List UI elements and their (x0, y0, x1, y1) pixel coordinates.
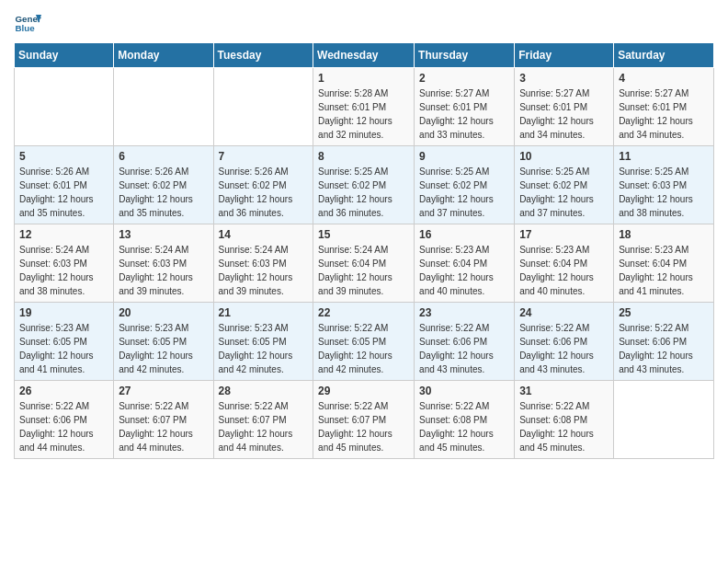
day-info: Sunrise: 5:24 AM Sunset: 6:03 PM Dayligh… (19, 243, 108, 298)
day-number: 7 (219, 150, 309, 163)
day-number: 1 (318, 72, 409, 85)
day-number: 31 (519, 385, 609, 397)
calendar-week-row: 26Sunrise: 5:22 AM Sunset: 6:06 PM Dayli… (15, 381, 714, 459)
day-info: Sunrise: 5:24 AM Sunset: 6:04 PM Dayligh… (318, 243, 409, 298)
day-number: 10 (519, 150, 609, 163)
calendar-cell: 5Sunrise: 5:26 AM Sunset: 6:01 PM Daylig… (15, 146, 114, 224)
day-number: 15 (318, 228, 409, 241)
day-info: Sunrise: 5:25 AM Sunset: 6:03 PM Dayligh… (619, 165, 709, 220)
calendar-cell (15, 68, 114, 146)
calendar-cell: 10Sunrise: 5:25 AM Sunset: 6:02 PM Dayli… (515, 146, 614, 224)
calendar-header: SundayMondayTuesdayWednesdayThursdayFrid… (15, 43, 714, 68)
day-info: Sunrise: 5:22 AM Sunset: 6:07 PM Dayligh… (318, 399, 409, 454)
day-number: 16 (419, 228, 509, 241)
calendar-day-header: Monday (114, 43, 213, 68)
day-number: 24 (519, 306, 609, 319)
calendar-cell: 14Sunrise: 5:24 AM Sunset: 6:03 PM Dayli… (213, 224, 313, 303)
calendar-cell: 11Sunrise: 5:25 AM Sunset: 6:03 PM Dayli… (614, 146, 714, 224)
day-number: 21 (219, 306, 309, 319)
day-info: Sunrise: 5:23 AM Sunset: 6:05 PM Dayligh… (119, 321, 208, 376)
calendar-cell: 3Sunrise: 5:27 AM Sunset: 6:01 PM Daylig… (515, 68, 614, 146)
calendar-cell: 23Sunrise: 5:22 AM Sunset: 6:06 PM Dayli… (415, 303, 515, 381)
calendar-week-row: 1Sunrise: 5:28 AM Sunset: 6:01 PM Daylig… (15, 68, 714, 146)
day-number: 6 (119, 150, 208, 163)
calendar-day-header: Sunday (15, 43, 114, 68)
calendar-cell: 7Sunrise: 5:26 AM Sunset: 6:02 PM Daylig… (213, 146, 313, 224)
day-info: Sunrise: 5:23 AM Sunset: 6:05 PM Dayligh… (219, 321, 309, 376)
day-number: 3 (519, 72, 609, 85)
svg-text:Blue: Blue (16, 23, 36, 33)
day-number: 12 (19, 228, 108, 241)
day-info: Sunrise: 5:24 AM Sunset: 6:03 PM Dayligh… (219, 243, 309, 298)
calendar-table: SundayMondayTuesdayWednesdayThursdayFrid… (14, 42, 714, 459)
calendar-cell: 18Sunrise: 5:23 AM Sunset: 6:04 PM Dayli… (614, 224, 714, 303)
day-info: Sunrise: 5:26 AM Sunset: 6:02 PM Dayligh… (119, 165, 208, 220)
calendar-cell: 29Sunrise: 5:22 AM Sunset: 6:07 PM Dayli… (313, 381, 415, 459)
calendar-cell: 28Sunrise: 5:22 AM Sunset: 6:07 PM Dayli… (213, 381, 313, 459)
calendar-cell: 2Sunrise: 5:27 AM Sunset: 6:01 PM Daylig… (415, 68, 515, 146)
calendar-cell: 16Sunrise: 5:23 AM Sunset: 6:04 PM Dayli… (415, 224, 515, 303)
day-info: Sunrise: 5:22 AM Sunset: 6:08 PM Dayligh… (519, 399, 609, 454)
calendar-cell: 12Sunrise: 5:24 AM Sunset: 6:03 PM Dayli… (15, 224, 114, 303)
calendar-week-row: 12Sunrise: 5:24 AM Sunset: 6:03 PM Dayli… (15, 224, 714, 303)
day-number: 19 (19, 306, 108, 319)
day-info: Sunrise: 5:25 AM Sunset: 6:02 PM Dayligh… (419, 165, 509, 220)
calendar-cell: 27Sunrise: 5:22 AM Sunset: 6:07 PM Dayli… (114, 381, 213, 459)
calendar-cell: 26Sunrise: 5:22 AM Sunset: 6:06 PM Dayli… (15, 381, 114, 459)
day-info: Sunrise: 5:22 AM Sunset: 6:06 PM Dayligh… (519, 321, 609, 376)
calendar-cell: 17Sunrise: 5:23 AM Sunset: 6:04 PM Dayli… (515, 224, 614, 303)
calendar-cell: 13Sunrise: 5:24 AM Sunset: 6:03 PM Dayli… (114, 224, 213, 303)
day-info: Sunrise: 5:25 AM Sunset: 6:02 PM Dayligh… (519, 165, 609, 220)
day-info: Sunrise: 5:22 AM Sunset: 6:06 PM Dayligh… (619, 321, 709, 376)
day-number: 13 (119, 228, 208, 241)
calendar-day-header: Thursday (415, 43, 515, 68)
day-number: 20 (119, 306, 208, 319)
calendar-cell (114, 68, 213, 146)
day-info: Sunrise: 5:25 AM Sunset: 6:02 PM Dayligh… (318, 165, 409, 220)
calendar-day-header: Wednesday (313, 43, 415, 68)
calendar-day-header: Friday (515, 43, 614, 68)
day-number: 2 (419, 72, 509, 85)
day-number: 30 (419, 385, 509, 397)
calendar-week-row: 19Sunrise: 5:23 AM Sunset: 6:05 PM Dayli… (15, 303, 714, 381)
calendar-cell: 22Sunrise: 5:22 AM Sunset: 6:05 PM Dayli… (313, 303, 415, 381)
header: General Blue (14, 9, 714, 37)
day-info: Sunrise: 5:23 AM Sunset: 6:04 PM Dayligh… (619, 243, 709, 298)
day-number: 11 (619, 150, 709, 163)
calendar-day-header: Saturday (614, 43, 714, 68)
day-info: Sunrise: 5:27 AM Sunset: 6:01 PM Dayligh… (619, 86, 709, 142)
day-info: Sunrise: 5:23 AM Sunset: 6:05 PM Dayligh… (19, 321, 108, 376)
calendar-cell: 31Sunrise: 5:22 AM Sunset: 6:08 PM Dayli… (515, 381, 614, 459)
day-info: Sunrise: 5:23 AM Sunset: 6:04 PM Dayligh… (419, 243, 509, 298)
day-info: Sunrise: 5:26 AM Sunset: 6:02 PM Dayligh… (219, 165, 309, 220)
day-number: 27 (119, 385, 208, 397)
calendar-cell: 20Sunrise: 5:23 AM Sunset: 6:05 PM Dayli… (114, 303, 213, 381)
logo-icon: General Blue (14, 9, 41, 37)
day-number: 8 (318, 150, 409, 163)
day-info: Sunrise: 5:27 AM Sunset: 6:01 PM Dayligh… (519, 86, 609, 142)
day-info: Sunrise: 5:22 AM Sunset: 6:08 PM Dayligh… (419, 399, 509, 454)
day-info: Sunrise: 5:26 AM Sunset: 6:01 PM Dayligh… (19, 165, 108, 220)
calendar-cell (614, 381, 714, 459)
day-number: 14 (219, 228, 309, 241)
day-info: Sunrise: 5:28 AM Sunset: 6:01 PM Dayligh… (318, 86, 409, 142)
day-info: Sunrise: 5:23 AM Sunset: 6:04 PM Dayligh… (519, 243, 609, 298)
logo: General Blue (14, 9, 41, 37)
calendar-cell: 24Sunrise: 5:22 AM Sunset: 6:06 PM Dayli… (515, 303, 614, 381)
day-info: Sunrise: 5:22 AM Sunset: 6:06 PM Dayligh… (19, 399, 108, 454)
calendar-cell (213, 68, 313, 146)
day-number: 4 (619, 72, 709, 85)
day-number: 25 (619, 306, 709, 319)
calendar-cell: 9Sunrise: 5:25 AM Sunset: 6:02 PM Daylig… (415, 146, 515, 224)
calendar-cell: 21Sunrise: 5:23 AM Sunset: 6:05 PM Dayli… (213, 303, 313, 381)
day-info: Sunrise: 5:22 AM Sunset: 6:05 PM Dayligh… (318, 321, 409, 376)
day-number: 22 (318, 306, 409, 319)
day-number: 23 (419, 306, 509, 319)
day-info: Sunrise: 5:24 AM Sunset: 6:03 PM Dayligh… (119, 243, 208, 298)
calendar-cell: 25Sunrise: 5:22 AM Sunset: 6:06 PM Dayli… (614, 303, 714, 381)
calendar-cell: 6Sunrise: 5:26 AM Sunset: 6:02 PM Daylig… (114, 146, 213, 224)
calendar-cell: 15Sunrise: 5:24 AM Sunset: 6:04 PM Dayli… (313, 224, 415, 303)
day-number: 5 (19, 150, 108, 163)
calendar-cell: 30Sunrise: 5:22 AM Sunset: 6:08 PM Dayli… (415, 381, 515, 459)
day-number: 17 (519, 228, 609, 241)
